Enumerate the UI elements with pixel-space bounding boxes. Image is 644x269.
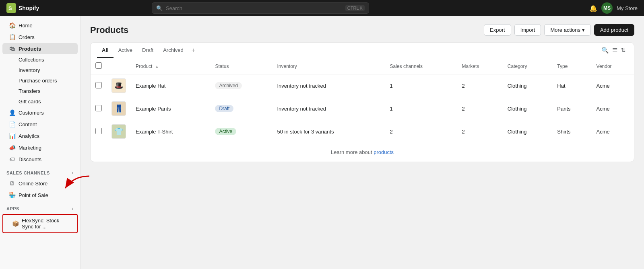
sidebar-item-flexsync[interactable]: 📦 FlexSync: Stock Sync for ... <box>6 215 74 232</box>
sales-channels-section: Sales channels › <box>0 165 80 177</box>
product-name-1: Example Pants <box>136 106 171 112</box>
product-name-0: Example Hat <box>136 83 165 89</box>
sidebar-item-products[interactable]: 🛍 Products <box>2 43 78 54</box>
import-button[interactable]: Import <box>514 24 541 36</box>
col-status: Status <box>210 58 272 74</box>
sidebar-item-marketing[interactable]: 📣 Marketing <box>2 142 78 153</box>
page-header: Products Export Import More actions ▾ Ad… <box>90 24 634 36</box>
status-badge-0: Archived <box>215 82 242 89</box>
search-input[interactable] <box>166 5 342 11</box>
sidebar-item-purchase-orders[interactable]: Purchase orders <box>12 76 78 86</box>
sidebar-item-label: FlexSync: Stock Sync for ... <box>22 218 68 230</box>
export-button[interactable]: Export <box>484 24 511 36</box>
row-checkbox-2[interactable] <box>95 128 102 134</box>
products-icon: 🛍 <box>9 45 15 52</box>
purchase-orders-label: Purchase orders <box>19 78 57 84</box>
filter-button[interactable]: ☰ <box>611 45 619 55</box>
sidebar-item-label: Online Store <box>19 181 47 187</box>
apps-section: Apps › <box>0 201 80 213</box>
col-inventory: Inventory <box>272 58 385 74</box>
topbar-right: 🔔 MS My Store <box>589 2 638 14</box>
header-actions: Export Import More actions ▾ Add product <box>484 24 634 36</box>
more-actions-button[interactable]: More actions ▾ <box>544 24 590 36</box>
tab-active[interactable]: Active <box>114 43 137 58</box>
sidebar-item-customers[interactable]: 👤 Customers <box>2 107 78 118</box>
col-markets: Markets <box>457 58 503 74</box>
apps-highlight: 📦 FlexSync: Stock Sync for ... <box>2 214 78 233</box>
status-badge-1: Draft <box>215 105 233 112</box>
sidebar-item-gift-cards[interactable]: Gift cards <box>12 97 78 107</box>
vendor-cell-2: Acme <box>592 120 634 143</box>
sidebar-item-inventory[interactable]: Inventory <box>12 65 78 75</box>
col-vendor: Vendor <box>592 58 634 74</box>
tabs: All Active Draft Archived + 🔍 ☰ ⇅ <box>91 43 634 58</box>
shopify-logo[interactable]: S Shopify <box>6 3 39 13</box>
learn-more: Learn more about products <box>91 143 634 162</box>
product-thumbnail-0: 🎩 <box>111 78 126 93</box>
expand-icon[interactable]: › <box>72 170 74 176</box>
table-row[interactable]: 👖 Example Pants Draft Inventory not trac… <box>91 97 634 120</box>
add-product-button[interactable]: Add product <box>594 24 634 36</box>
markets-cell-2: 2 <box>457 120 503 143</box>
sidebar-item-online-store[interactable]: 🖥 Online Store <box>2 178 78 189</box>
col-category: Category <box>503 58 552 74</box>
customers-icon: 👤 <box>9 109 15 116</box>
sidebar-item-collections[interactable]: Collections <box>12 55 78 65</box>
product-name-2: Example T-Shirt <box>136 129 173 135</box>
sidebar-item-label: Home <box>19 23 33 29</box>
table-row[interactable]: 🎩 Example Hat Archived Inventory not tra… <box>91 74 634 97</box>
sidebar-item-discounts[interactable]: 🏷 Discounts <box>2 154 78 165</box>
type-cell-2: Shirts <box>552 120 591 143</box>
transfers-label: Transfers <box>19 88 40 94</box>
tab-draft[interactable]: Draft <box>137 43 158 58</box>
select-all-checkbox[interactable] <box>95 62 102 69</box>
category-cell-0: Clothing <box>503 74 552 97</box>
store-name[interactable]: My Store <box>617 5 638 11</box>
online-store-icon: 🖥 <box>9 180 15 187</box>
row-checkbox-0[interactable] <box>95 82 102 88</box>
markets-cell-0: 2 <box>457 74 503 97</box>
sidebar-item-label: Discounts <box>19 156 41 162</box>
sidebar-item-orders[interactable]: 📋 Orders <box>2 31 78 43</box>
type-cell-1: Pants <box>552 97 591 120</box>
sidebar-item-home[interactable]: 🏠 Home <box>2 20 78 31</box>
search-bar[interactable]: 🔍 CTRL K <box>152 2 369 14</box>
apps-expand-icon[interactable]: › <box>72 206 74 212</box>
sidebar-item-content[interactable]: 📄 Content <box>2 119 78 130</box>
search-filter-button[interactable]: 🔍 <box>600 45 611 55</box>
category-cell-2: Clothing <box>503 120 552 143</box>
category-cell-1: Clothing <box>503 97 552 120</box>
inventory-cell-2: 50 in stock for 3 variants <box>272 120 385 143</box>
inventory-cell-0: Inventory not tracked <box>272 74 385 97</box>
marketing-icon: 📣 <box>9 144 15 151</box>
avatar[interactable]: MS <box>601 2 613 14</box>
sidebar-item-label: Marketing <box>19 145 41 151</box>
discounts-icon: 🏷 <box>9 156 15 162</box>
sort-button[interactable]: ⇅ <box>619 45 627 55</box>
vendor-cell-1: Acme <box>592 97 634 120</box>
row-checkbox-1[interactable] <box>95 105 102 111</box>
sidebar-item-analytics[interactable]: 📊 Analytics <box>2 130 78 142</box>
add-tab-button[interactable]: + <box>188 43 198 58</box>
tab-archived[interactable]: Archived <box>158 43 188 58</box>
sidebar-item-label: Products <box>19 46 41 52</box>
orders-icon: 📋 <box>9 34 15 40</box>
sidebar-item-point-of-sale[interactable]: 🏪 Point of Sale <box>2 189 78 201</box>
sidebar-item-transfers[interactable]: Transfers <box>12 86 78 96</box>
status-badge-2: Active <box>215 128 236 135</box>
main-content: Products Export Import More actions ▾ Ad… <box>80 16 644 269</box>
content-icon: 📄 <box>9 121 15 127</box>
col-sales-channels: Sales channels <box>385 58 457 74</box>
notifications-icon[interactable]: 🔔 <box>589 4 597 12</box>
markets-cell-1: 2 <box>457 97 503 120</box>
products-submenu: Collections Inventory Purchase orders Tr… <box>0 55 80 107</box>
tab-all[interactable]: All <box>97 43 114 58</box>
table-row[interactable]: 👕 Example T-Shirt Active 50 in stock for… <box>91 120 634 143</box>
home-icon: 🏠 <box>9 22 15 29</box>
col-product: Product ▲ <box>131 58 210 74</box>
flexsync-icon: 📦 <box>12 220 19 227</box>
products-link[interactable]: products <box>374 149 394 155</box>
svg-text:S: S <box>8 5 12 11</box>
sales-channels-cell-0: 1 <box>385 74 457 97</box>
page-title: Products <box>90 25 128 35</box>
